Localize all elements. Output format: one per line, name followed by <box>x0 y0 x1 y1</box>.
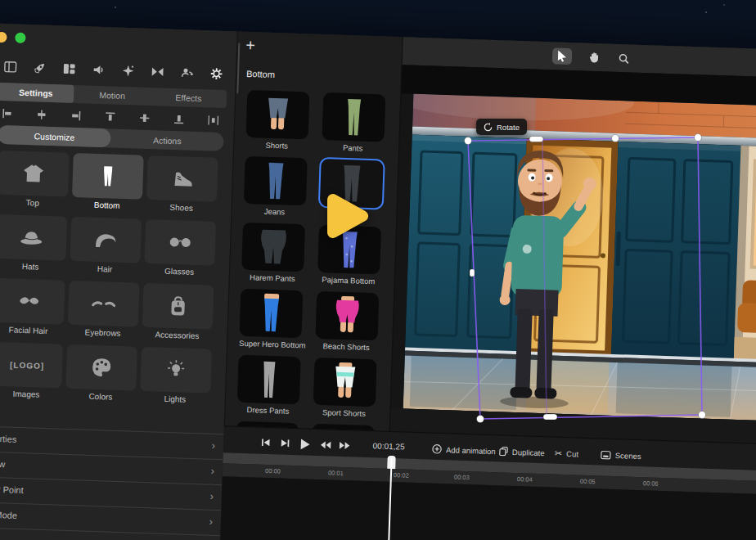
align-middle-icon[interactable] <box>137 111 151 125</box>
transition-icon[interactable] <box>149 63 166 80</box>
audio-icon[interactable] <box>90 61 107 79</box>
scissors-icon: ✂ <box>555 448 563 458</box>
add-animation-button[interactable]: Add animation <box>432 442 496 459</box>
pants-icon <box>97 165 118 187</box>
hat-icon <box>19 228 44 247</box>
sidebar-toolbar <box>2 56 225 83</box>
category-glasses[interactable]: Glasses <box>144 219 216 278</box>
align-toolbar <box>0 106 219 127</box>
asset-item-beach-shorts[interactable]: Beach Shorts <box>315 291 379 352</box>
circle-plus-icon <box>432 444 442 454</box>
category-lights[interactable]: Lights <box>140 347 212 406</box>
skip-end-icon[interactable] <box>277 434 294 452</box>
view-tab-bar: Customize Actions <box>0 125 224 151</box>
mustache-icon <box>16 295 43 308</box>
timecode-display: 00:01,25 <box>366 441 412 452</box>
rewind-icon[interactable] <box>317 436 335 453</box>
duplicate-button[interactable]: Duplicate <box>499 443 545 460</box>
category-hats[interactable]: Hats <box>0 214 67 273</box>
chevron-right-icon: › <box>211 439 215 452</box>
skip-start-icon[interactable] <box>258 434 275 452</box>
rotate-icon <box>484 123 493 132</box>
duplicate-icon <box>499 446 508 456</box>
eyebrows-icon <box>92 299 116 309</box>
chevron-right-icon: › <box>209 490 214 502</box>
shoe-icon <box>170 169 194 189</box>
traffic-light-zoom[interactable] <box>15 32 25 43</box>
asset-item-super-hero-bottom[interactable]: Super Hero Bottom <box>239 289 303 349</box>
swap-character-icon[interactable] <box>178 64 196 81</box>
scenes-icon <box>601 450 611 459</box>
settings-tab-bar: Settings Motion Effects <box>0 83 227 108</box>
category-top[interactable]: Top <box>0 151 70 209</box>
chevron-right-icon: › <box>209 515 213 528</box>
category-grid: Top Bottom Shoes Hats Hair <box>0 151 220 406</box>
category-images[interactable]: [LOGO] Images <box>0 342 63 401</box>
align-bottom-icon[interactable] <box>172 112 186 126</box>
app-window: Settings Motion Effects Customize Action… <box>0 23 756 540</box>
tab-motion[interactable]: Motion <box>74 85 151 106</box>
category-accessories[interactable]: Accessories <box>142 283 214 342</box>
chevron-right-icon: › <box>210 465 214 477</box>
glasses-icon <box>168 235 193 250</box>
cut-button[interactable]: ✂ Cut <box>555 446 579 461</box>
layout-icon[interactable] <box>61 60 78 77</box>
hair-icon <box>93 231 119 250</box>
category-colors[interactable]: Colors <box>65 344 137 403</box>
add-asset-button[interactable]: + <box>245 37 255 53</box>
palette-icon <box>91 357 113 379</box>
sliding-door-right <box>611 142 741 360</box>
star <box>115 7 116 8</box>
logo-placeholder-icon: [LOGO] <box>0 342 63 389</box>
star <box>723 4 725 6</box>
scenes-button[interactable]: Scenes <box>601 447 641 463</box>
scrollbar[interactable] <box>236 43 240 94</box>
tab-customize[interactable]: Customize <box>0 125 111 148</box>
asset-item-sport-shorts[interactable]: Sport Shorts <box>313 358 376 418</box>
asset-item-dress-pants[interactable]: Dress Pants <box>236 355 300 416</box>
align-top-icon[interactable] <box>103 110 117 124</box>
timeline-panel: 00:01,25 Add animation Duplicate ✂ Cut S… <box>218 425 756 540</box>
board-icon[interactable] <box>2 58 19 75</box>
properties-list: operties › adow › chor Point › nd Mode › <box>0 425 224 540</box>
category-shoes[interactable]: Shoes <box>146 155 218 214</box>
tab-effects[interactable]: Effects <box>150 88 227 108</box>
asset-item-shorts[interactable]: Shorts <box>245 90 309 151</box>
align-center-h-icon[interactable] <box>34 107 48 121</box>
asset-grid: Shorts Pants Jeans Pants Harem Pants <box>235 90 392 431</box>
asset-panel-title: Bottom <box>246 69 275 79</box>
canvas-column <box>389 37 756 445</box>
asset-panel: + Bottom Shorts Pants Jeans Pants <box>224 31 403 430</box>
play-icon[interactable] <box>296 435 313 452</box>
cursor-tool-icon[interactable] <box>552 47 573 65</box>
asset-item-jeans[interactable]: Jeans <box>243 156 307 217</box>
tshirt-icon <box>21 164 47 184</box>
sparkle-icon[interactable] <box>119 62 137 79</box>
backpack-icon <box>168 295 188 317</box>
traffic-light-minimize[interactable] <box>0 32 7 43</box>
light-bulb-icon <box>165 359 187 381</box>
star <box>705 11 707 13</box>
distribute-icon[interactable] <box>206 113 220 127</box>
asset-item-harem-pants[interactable]: Harem Pants <box>241 223 305 283</box>
align-right-icon[interactable] <box>69 109 83 123</box>
category-eyebrows[interactable]: Eyebrows <box>67 281 139 340</box>
category-hair[interactable]: Hair <box>70 217 142 276</box>
left-sidebar: Settings Motion Effects Customize Action… <box>0 23 237 540</box>
rotate-tooltip: Rotate <box>476 119 527 135</box>
rocket-icon[interactable] <box>31 59 48 76</box>
category-facial-hair[interactable]: Facial Hair <box>0 278 65 337</box>
category-bottom[interactable]: Bottom <box>72 153 144 212</box>
screen: Settings Motion Effects Customize Action… <box>0 0 756 540</box>
settings-gear-icon[interactable] <box>208 65 225 82</box>
canvas[interactable] <box>403 94 756 423</box>
play-overlay-icon[interactable] <box>326 193 370 239</box>
align-left-icon[interactable] <box>0 106 14 120</box>
tab-actions[interactable]: Actions <box>110 128 224 151</box>
fast-forward-icon[interactable] <box>336 437 353 454</box>
asset-item-pants[interactable]: Pants <box>322 92 385 153</box>
hand-tool-icon[interactable] <box>584 49 605 66</box>
tab-settings[interactable]: Settings <box>0 83 74 103</box>
zoom-tool-icon[interactable] <box>614 50 634 67</box>
